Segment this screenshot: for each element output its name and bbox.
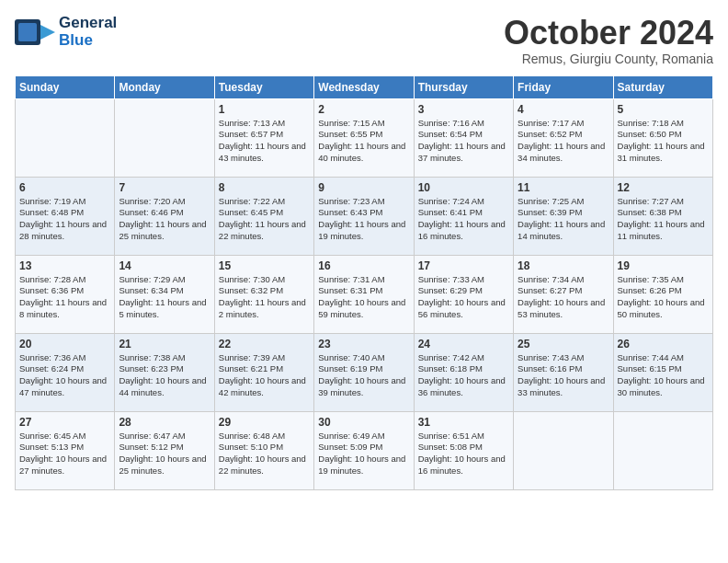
calendar-cell bbox=[115, 98, 214, 177]
calendar-cell: 24Sunrise: 7:42 AMSunset: 6:18 PMDayligh… bbox=[414, 333, 513, 411]
cell-text: Daylight: 11 hours and 16 minutes. bbox=[418, 219, 509, 243]
cell-text: Sunset: 6:32 PM bbox=[219, 285, 310, 297]
calendar-cell: 12Sunrise: 7:27 AMSunset: 6:38 PMDayligh… bbox=[613, 177, 712, 255]
cell-text: Sunset: 6:27 PM bbox=[518, 285, 609, 297]
cell-text: Sunrise: 7:40 AM bbox=[318, 352, 409, 364]
calendar-body: 1Sunrise: 7:13 AMSunset: 6:57 PMDaylight… bbox=[16, 98, 713, 489]
day-number: 16 bbox=[318, 259, 409, 272]
day-number: 22 bbox=[219, 338, 310, 350]
calendar-cell: 8Sunrise: 7:22 AMSunset: 6:45 PMDaylight… bbox=[214, 177, 313, 255]
day-number: 17 bbox=[418, 259, 509, 272]
calendar-cell: 3Sunrise: 7:16 AMSunset: 6:54 PMDaylight… bbox=[414, 98, 513, 177]
cell-text: Sunrise: 7:36 AM bbox=[19, 352, 110, 364]
calendar-header-row: SundayMondayTuesdayWednesdayThursdayFrid… bbox=[16, 75, 713, 98]
cell-text: Sunset: 6:45 PM bbox=[219, 207, 310, 219]
cell-text: Daylight: 10 hours and 16 minutes. bbox=[418, 454, 509, 477]
day-number: 29 bbox=[219, 416, 310, 429]
calendar-cell: 29Sunrise: 6:48 AMSunset: 5:10 PMDayligh… bbox=[214, 411, 313, 489]
day-number: 26 bbox=[618, 338, 709, 350]
day-number: 3 bbox=[418, 103, 509, 116]
svg-rect-1 bbox=[18, 23, 37, 41]
cell-text: Daylight: 10 hours and 19 minutes. bbox=[318, 454, 409, 477]
day-number: 2 bbox=[318, 103, 409, 116]
cell-text: Sunset: 5:09 PM bbox=[318, 442, 409, 454]
cell-text: Sunrise: 6:45 AM bbox=[19, 431, 110, 442]
calendar-cell: 4Sunrise: 7:17 AMSunset: 6:52 PMDaylight… bbox=[514, 98, 613, 177]
cell-text: Sunset: 6:23 PM bbox=[119, 363, 210, 375]
cell-text: Sunrise: 7:24 AM bbox=[418, 196, 509, 208]
cell-text: Sunset: 6:36 PM bbox=[19, 285, 110, 297]
cell-text: Daylight: 11 hours and 22 minutes. bbox=[219, 219, 310, 243]
day-number: 31 bbox=[418, 416, 509, 429]
day-number: 27 bbox=[19, 416, 110, 429]
cell-text: Daylight: 10 hours and 25 minutes. bbox=[119, 454, 210, 477]
calendar-cell: 14Sunrise: 7:29 AMSunset: 6:34 PMDayligh… bbox=[115, 255, 214, 333]
cell-text: Sunset: 6:19 PM bbox=[318, 363, 409, 375]
cell-text: Sunrise: 6:49 AM bbox=[318, 431, 409, 442]
cell-text: Sunset: 6:26 PM bbox=[618, 285, 709, 297]
calendar-cell: 15Sunrise: 7:30 AMSunset: 6:32 PMDayligh… bbox=[214, 255, 313, 333]
day-number: 11 bbox=[518, 181, 609, 194]
cell-text: Daylight: 11 hours and 11 minutes. bbox=[618, 219, 709, 243]
calendar-cell: 30Sunrise: 6:49 AMSunset: 5:09 PMDayligh… bbox=[314, 411, 414, 489]
cell-text: Daylight: 11 hours and 19 minutes. bbox=[318, 219, 409, 243]
day-header-monday: Monday bbox=[115, 75, 214, 98]
cell-text: Daylight: 10 hours and 50 minutes. bbox=[618, 297, 709, 321]
cell-text: Sunset: 5:13 PM bbox=[19, 442, 110, 454]
logo: General Blue bbox=[15, 15, 117, 49]
calendar-cell: 18Sunrise: 7:34 AMSunset: 6:27 PMDayligh… bbox=[514, 255, 613, 333]
calendar-cell: 16Sunrise: 7:31 AMSunset: 6:31 PMDayligh… bbox=[314, 255, 414, 333]
cell-text: Daylight: 11 hours and 37 minutes. bbox=[418, 141, 509, 165]
cell-text: Sunrise: 7:13 AM bbox=[219, 118, 310, 130]
cell-text: Sunset: 6:48 PM bbox=[19, 207, 110, 219]
logo-icon bbox=[15, 16, 55, 49]
cell-text: Sunrise: 7:29 AM bbox=[119, 274, 210, 286]
cell-text: Sunrise: 7:35 AM bbox=[618, 274, 709, 286]
calendar-table: SundayMondayTuesdayWednesdayThursdayFrid… bbox=[15, 75, 713, 490]
cell-text: Daylight: 11 hours and 40 minutes. bbox=[318, 141, 409, 165]
svg-marker-2 bbox=[40, 25, 55, 40]
day-number: 15 bbox=[219, 259, 310, 272]
cell-text: Sunrise: 7:17 AM bbox=[518, 118, 609, 130]
calendar-week-row: 6Sunrise: 7:19 AMSunset: 6:48 PMDaylight… bbox=[16, 177, 713, 255]
cell-text: Daylight: 10 hours and 22 minutes. bbox=[219, 454, 310, 477]
day-number: 8 bbox=[219, 181, 310, 194]
calendar-cell bbox=[613, 411, 712, 489]
day-number: 14 bbox=[119, 259, 210, 272]
cell-text: Sunset: 6:41 PM bbox=[418, 207, 509, 219]
day-number: 18 bbox=[518, 259, 609, 272]
calendar-cell: 23Sunrise: 7:40 AMSunset: 6:19 PMDayligh… bbox=[314, 333, 414, 411]
cell-text: Daylight: 10 hours and 44 minutes. bbox=[119, 375, 210, 399]
cell-text: Sunrise: 6:48 AM bbox=[219, 431, 310, 442]
cell-text: Daylight: 10 hours and 30 minutes. bbox=[618, 375, 709, 399]
cell-text: Sunset: 6:46 PM bbox=[119, 207, 210, 219]
calendar-cell: 22Sunrise: 7:39 AMSunset: 6:21 PMDayligh… bbox=[214, 333, 313, 411]
cell-text: Sunset: 6:15 PM bbox=[618, 363, 709, 375]
cell-text: Daylight: 11 hours and 43 minutes. bbox=[219, 141, 310, 165]
calendar-cell: 28Sunrise: 6:47 AMSunset: 5:12 PMDayligh… bbox=[115, 411, 214, 489]
cell-text: Sunrise: 7:15 AM bbox=[318, 118, 409, 130]
day-header-tuesday: Tuesday bbox=[214, 75, 313, 98]
cell-text: Sunset: 6:34 PM bbox=[119, 285, 210, 297]
cell-text: Sunrise: 7:19 AM bbox=[19, 196, 110, 208]
day-number: 6 bbox=[19, 181, 110, 194]
cell-text: Daylight: 11 hours and 8 minutes. bbox=[19, 297, 110, 321]
day-number: 1 bbox=[219, 103, 310, 116]
day-number: 5 bbox=[618, 103, 709, 116]
cell-text: Daylight: 11 hours and 34 minutes. bbox=[518, 141, 609, 165]
day-header-friday: Friday bbox=[514, 75, 613, 98]
calendar-cell: 11Sunrise: 7:25 AMSunset: 6:39 PMDayligh… bbox=[514, 177, 613, 255]
calendar-week-row: 13Sunrise: 7:28 AMSunset: 6:36 PMDayligh… bbox=[16, 255, 713, 333]
day-number: 9 bbox=[318, 181, 409, 194]
day-number: 13 bbox=[19, 259, 110, 272]
cell-text: Sunset: 6:50 PM bbox=[618, 129, 709, 141]
cell-text: Daylight: 11 hours and 31 minutes. bbox=[618, 141, 709, 165]
calendar-cell: 27Sunrise: 6:45 AMSunset: 5:13 PMDayligh… bbox=[16, 411, 115, 489]
day-header-thursday: Thursday bbox=[414, 75, 513, 98]
day-header-sunday: Sunday bbox=[16, 75, 115, 98]
cell-text: Sunset: 6:24 PM bbox=[19, 363, 110, 375]
day-number: 30 bbox=[318, 416, 409, 429]
logo-general: General bbox=[59, 15, 117, 32]
day-number: 10 bbox=[418, 181, 509, 194]
cell-text: Sunrise: 7:42 AM bbox=[418, 352, 509, 364]
